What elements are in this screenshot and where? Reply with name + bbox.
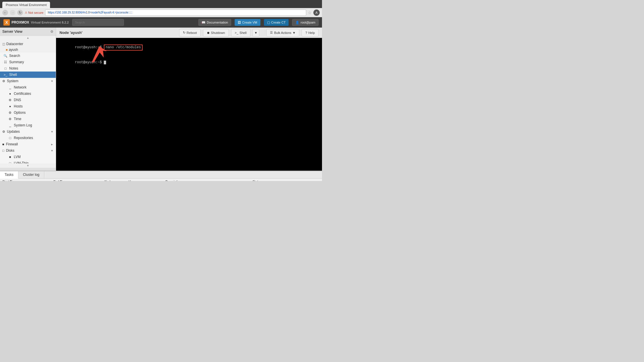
firewall-icon: ■ [2, 143, 4, 146]
header-search-input[interactable] [72, 19, 124, 26]
search-label: Search [9, 54, 20, 58]
shell-toolbar-label: Shell [239, 31, 246, 34]
server-view-bar: Server View ⚙ [0, 28, 56, 36]
system-icon: ⚙ [2, 79, 5, 83]
create-vm-button[interactable]: 🖼 Create VM [235, 19, 260, 26]
disks-submenu: ■ LVM □ LVM-Thin 📁 Directory ■ ZFS [0, 154, 56, 163]
browser-tab[interactable]: Proxmox Virtual Environment [2, 2, 50, 8]
menu-item-summary[interactable]: ☷ Summary [0, 59, 56, 65]
repo-icon: □ [8, 136, 12, 140]
browser-toolbar: ← → ↻ ⚠ Not secure https://192.168.29.32… [0, 8, 322, 17]
summary-icon: ☷ [3, 60, 7, 64]
updates-submenu: □ Repositories [0, 135, 56, 141]
dns-label: DNS [14, 98, 21, 102]
bookmark-icon[interactable]: ☆ [308, 10, 312, 15]
tasks-table: Start Time ↓ End Time Node User name Des… [0, 179, 322, 181]
certificates-label: Certificates [14, 92, 31, 96]
reboot-icon: ↻ [183, 31, 185, 34]
col-node[interactable]: Node [102, 179, 126, 181]
content-toolbar: Node 'ayush' ↻ Reboot ⏺ Shutdown >_ Shel… [56, 28, 322, 38]
tab-cluster-log[interactable]: Cluster log [18, 171, 44, 178]
hosts-icon: ● [8, 105, 12, 108]
reload-button[interactable]: ↻ [17, 10, 23, 16]
dns-icon: ⚙ [8, 98, 12, 102]
menu-item-dns[interactable]: ⚙ DNS [2, 97, 56, 103]
tree-area: ◫ Datacenter ■ ayush 🔍 Search ☷ Summary [0, 40, 56, 163]
menu-item-options[interactable]: ⚙ Options [2, 109, 56, 116]
profile-icon[interactable]: A [313, 9, 320, 16]
create-vm-icon: 🖼 [238, 21, 241, 24]
main-layout: Server View ⚙ ▲ ◫ Datacenter ■ ayush 🔍 S… [0, 28, 322, 171]
tree-item-datacenter[interactable]: ◫ Datacenter [0, 41, 56, 47]
help-button[interactable]: ? Help [302, 29, 319, 36]
shell-toolbar-button[interactable]: >_ Shell [231, 29, 250, 36]
shutdown-button[interactable]: ⏺ Shutdown [203, 29, 229, 36]
menu-section-firewall[interactable]: ■ Firewall ► [0, 141, 56, 147]
firewall-arrow-icon: ► [51, 143, 53, 146]
terminal-prompt-1: root@ayush:~$ [75, 45, 104, 49]
col-status[interactable]: Status [250, 179, 322, 181]
doc-label: Documentation [207, 21, 228, 24]
menu-item-lvm[interactable]: ■ LVM [2, 154, 56, 160]
tasks-table-head: Start Time ↓ End Time Node User name Des… [0, 179, 322, 181]
user-menu-button[interactable]: 👤 root@pam [292, 19, 319, 26]
disks-arrow-icon: ▼ [51, 149, 53, 152]
col-username[interactable]: User name [126, 179, 163, 181]
reboot-button[interactable]: ↻ Reboot [179, 29, 200, 36]
bulk-actions-button[interactable]: ☰ Bulk Actions ▼ [266, 29, 299, 36]
address-text: https://192.168.29.32:8006/#v1:0=node%2F… [48, 11, 132, 14]
proxmox-brand: PROXMOX [12, 20, 29, 24]
certificates-icon: ● [8, 92, 12, 95]
updates-icon: ⚙ [2, 130, 5, 134]
col-end-time[interactable]: End Time [51, 179, 102, 181]
firewall-label: Firewall [6, 142, 18, 146]
disks-icon: □ [2, 149, 4, 152]
menu-item-syslog[interactable]: ⎯ System Log [2, 122, 56, 128]
menu-item-hosts[interactable]: ● Hosts [2, 103, 56, 109]
syslog-label: System Log [14, 123, 32, 127]
menu-item-network[interactable]: ⎯ Network [2, 84, 56, 90]
shell-icon: >_ [3, 73, 7, 76]
menu-item-notes[interactable]: □ Notes [0, 65, 56, 72]
menu-item-search[interactable]: 🔍 Search [0, 53, 56, 59]
left-panel: Server View ⚙ ▲ ◫ Datacenter ■ ayush 🔍 S… [0, 28, 56, 171]
lvm-label: LVM [14, 155, 21, 159]
scroll-down-icon[interactable]: ▼ [0, 163, 56, 168]
back-button[interactable]: ← [2, 10, 8, 16]
address-bar[interactable]: https://192.168.29.32:8006/#v1:0=node%2F… [45, 9, 306, 16]
menu-section-system[interactable]: ⚙ System ▼ [0, 78, 56, 84]
col-description[interactable]: Description [163, 179, 250, 181]
help-label: Help [308, 31, 315, 34]
browser-chrome: Proxmox Virtual Environment ← → ↻ ⚠ Not … [0, 0, 322, 17]
tree-item-node[interactable]: ■ ayush [0, 47, 56, 53]
app-header: X PROXMOX Virtual Environment 8.2.2 📖 Do… [0, 17, 322, 28]
tasks-header-row: Start Time ↓ End Time Node User name Des… [0, 179, 322, 181]
time-icon: ⚙ [8, 117, 12, 121]
col-start-time[interactable]: Start Time ↓ [0, 179, 51, 181]
menu-item-shell[interactable]: >_ Shell [0, 72, 56, 78]
scroll-up-icon[interactable]: ▲ [0, 36, 56, 40]
menu-item-repositories[interactable]: □ Repositories [2, 135, 56, 141]
disks-label: Disks [6, 149, 14, 153]
terminal-area[interactable]: root@ayush:~$ nano /etc/modules root@ayu… [56, 38, 322, 171]
bulk-actions-arrow-icon: ▼ [292, 31, 296, 34]
gear-icon[interactable]: ⚙ [50, 30, 53, 34]
menu-item-time[interactable]: ⚙ Time [2, 116, 56, 122]
server-view-label: Server View [2, 29, 49, 34]
menu-section-updates[interactable]: ⚙ Updates ▼ [0, 128, 56, 135]
create-ct-button[interactable]: ▢ Create CT [264, 19, 289, 26]
tasks-scroll-area[interactable]: Start Time ↓ End Time Node User name Des… [0, 179, 322, 181]
node-submenu: 🔍 Search ☷ Summary □ Notes >_ Shell ⚙ [0, 53, 56, 163]
help-icon: ? [305, 31, 307, 34]
documentation-button[interactable]: 📖 Documentation [198, 19, 231, 26]
shell-dropdown-button[interactable]: ▼ [252, 29, 260, 36]
shell-label: Shell [9, 73, 17, 77]
notes-icon: □ [3, 67, 7, 70]
forward-button[interactable]: → [10, 10, 16, 16]
shell-toolbar-icon: >_ [235, 31, 239, 34]
menu-section-disks[interactable]: □ Disks ▼ [0, 147, 56, 154]
tab-tasks[interactable]: Tasks [0, 171, 18, 179]
horizontal-scrollbar[interactable] [0, 168, 56, 171]
menu-item-lvm-thin[interactable]: □ LVM-Thin [2, 160, 56, 163]
menu-item-certificates[interactable]: ● Certificates [2, 90, 56, 97]
